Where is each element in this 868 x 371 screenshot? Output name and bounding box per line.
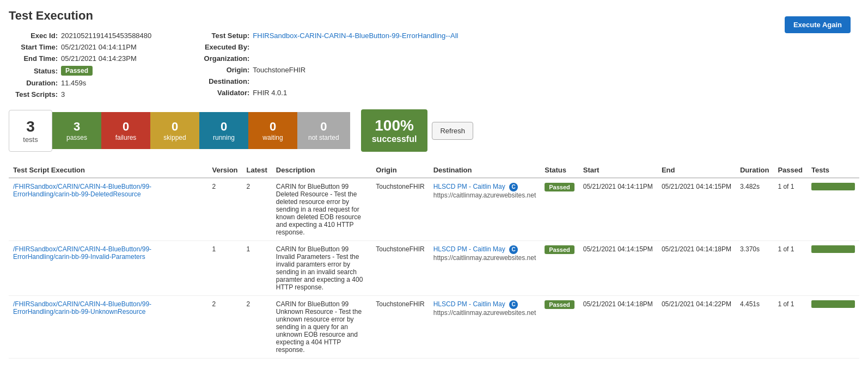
destination-url-2: https://caitlinmay.azurewebsites.net xyxy=(433,309,536,317)
not-started-label: not started xyxy=(308,134,339,141)
cell-destination-2: HLSCD PM - Caitlin May C https://caitlin… xyxy=(429,296,541,358)
organization-label: Organization: xyxy=(184,54,249,63)
total-tests-label: tests xyxy=(20,135,41,144)
test-setup-link[interactable]: FHIRSandbox-CARIN-CARIN-4-BlueButton-99-… xyxy=(253,32,458,40)
destination-link-1[interactable]: HLSCD PM - Caitlin May C xyxy=(433,245,536,254)
cell-duration-1: 3.370s xyxy=(736,241,773,296)
not-started-num: 0 xyxy=(308,120,339,134)
cell-tests-1 xyxy=(807,241,859,296)
cell-destination-0: HLSCD PM - Caitlin May C https://caitlin… xyxy=(429,178,541,241)
col-header-passed: Passed xyxy=(773,163,807,178)
cell-script-2: /FHIRSandbox/CARIN/CARIN-4-BlueButton/99… xyxy=(9,296,208,358)
origin-value: TouchstoneFHIR xyxy=(253,66,305,74)
cell-passed-1: 1 of 1 xyxy=(773,241,807,296)
waiting-label: waiting xyxy=(259,134,286,141)
cell-status-1: Passed xyxy=(540,241,579,296)
cell-start-1: 05/21/2021 04:14:15PM xyxy=(579,241,657,296)
skipped-label: skipped xyxy=(161,134,188,141)
test-scripts-value: 3 xyxy=(61,90,65,98)
cell-version-0: 2 xyxy=(208,178,242,241)
success-box: 100% successful xyxy=(361,109,428,152)
cell-origin-2: TouchstoneFHIR xyxy=(371,296,429,358)
col-header-duration: Duration xyxy=(736,163,773,178)
page-title: Test Execution xyxy=(9,9,859,23)
cell-status-0: Passed xyxy=(540,178,579,241)
cell-latest-2: 2 xyxy=(242,296,272,358)
passes-label: passes xyxy=(63,134,90,141)
test-scripts-label: Test Scripts: xyxy=(9,90,58,98)
end-time-label: End Time: xyxy=(9,54,58,63)
status-badge-1: Passed xyxy=(545,245,574,254)
validator-value: FHIR 4.0.1 xyxy=(253,89,287,97)
destination-link-0[interactable]: HLSCD PM - Caitlin May C xyxy=(433,183,536,191)
exec-id-value: 20210521191415453588480 xyxy=(61,32,151,40)
cell-origin-1: TouchstoneFHIR xyxy=(371,241,429,296)
col-header-version: Version xyxy=(208,163,242,178)
duration-value: 11.459s xyxy=(61,79,86,87)
cell-origin-0: TouchstoneFHIR xyxy=(371,178,429,241)
cell-script-1: /FHIRSandbox/CARIN/CARIN-4-BlueButton/99… xyxy=(9,241,208,296)
cell-description-2: CARIN for BlueButton 99 Unknown Resource… xyxy=(272,296,371,358)
success-label: successful xyxy=(372,134,417,144)
passes-num: 3 xyxy=(63,120,90,134)
cell-end-1: 05/21/2021 04:14:18PM xyxy=(657,241,736,296)
test-execution-table: Test Script Execution Version Latest Des… xyxy=(9,163,859,358)
status-label: Status: xyxy=(9,67,58,75)
running-box: 0 running xyxy=(199,112,248,149)
cell-latest-1: 1 xyxy=(242,241,272,296)
destination-url-0: https://caitlinmay.azurewebsites.net xyxy=(433,191,536,199)
failures-box: 0 failures xyxy=(101,112,150,149)
table-row: /FHIRSandbox/CARIN/CARIN-4-BlueButton/99… xyxy=(9,296,859,358)
validator-label: Validator: xyxy=(184,89,249,97)
script-link-0[interactable]: /FHIRSandbox/CARIN/CARIN-4-BlueButton/99… xyxy=(13,183,204,198)
end-time-value: 05/21/2021 04:14:23PM xyxy=(61,54,137,63)
cell-latest-0: 2 xyxy=(242,178,272,241)
cell-tests-2 xyxy=(807,296,859,358)
execute-again-button[interactable]: Execute Again xyxy=(785,16,851,33)
progress-bar-wrap-2 xyxy=(811,300,855,308)
cell-status-2: Passed xyxy=(540,296,579,358)
total-tests-num: 3 xyxy=(20,118,41,135)
refresh-button[interactable]: Refresh xyxy=(432,122,473,140)
col-header-latest: Latest xyxy=(242,163,272,178)
destination-url-1: https://caitlinmay.azurewebsites.net xyxy=(433,254,536,262)
progress-bar-wrap-1 xyxy=(811,245,855,253)
failures-num: 0 xyxy=(112,120,139,134)
table-row: /FHIRSandbox/CARIN/CARIN-4-BlueButton/99… xyxy=(9,178,859,241)
not-started-box: 0 not started xyxy=(297,112,350,149)
passes-box: 3 passes xyxy=(52,112,101,149)
table-row: /FHIRSandbox/CARIN/CARIN-4-BlueButton/99… xyxy=(9,241,859,296)
origin-label: Origin: xyxy=(184,66,249,74)
progress-bar-fill-1 xyxy=(811,245,855,253)
cell-description-1: CARIN for BlueButton 99 Invalid Paramete… xyxy=(272,241,371,296)
running-label: running xyxy=(210,134,237,141)
progress-bar-wrap-0 xyxy=(811,183,855,190)
failures-label: failures xyxy=(112,134,139,141)
duration-label: Duration: xyxy=(9,79,58,87)
total-tests-box: 3 tests xyxy=(9,110,52,152)
cell-passed-0: 1 of 1 xyxy=(773,178,807,241)
col-header-origin: Origin xyxy=(371,163,429,178)
skipped-num: 0 xyxy=(161,120,188,134)
script-link-2[interactable]: /FHIRSandbox/CARIN/CARIN-4-BlueButton/99… xyxy=(13,300,204,316)
cell-start-2: 05/21/2021 04:14:18PM xyxy=(579,296,657,358)
col-header-end: End xyxy=(657,163,736,178)
executed-by-label: Executed By: xyxy=(184,43,249,51)
running-num: 0 xyxy=(210,120,237,134)
script-link-1[interactable]: /FHIRSandbox/CARIN/CARIN-4-BlueButton/99… xyxy=(13,245,204,261)
col-header-tests: Tests xyxy=(807,163,859,178)
cell-version-1: 1 xyxy=(208,241,242,296)
destination-link-2[interactable]: HLSCD PM - Caitlin May C xyxy=(433,300,536,309)
cell-destination-1: HLSCD PM - Caitlin May C https://caitlin… xyxy=(429,241,541,296)
test-setup-label: Test Setup: xyxy=(184,32,249,40)
cell-version-2: 2 xyxy=(208,296,242,358)
col-header-destination: Destination xyxy=(429,163,541,178)
waiting-box: 0 waiting xyxy=(248,112,297,149)
success-pct: 100% xyxy=(372,117,417,134)
cell-duration-0: 3.482s xyxy=(736,178,773,241)
col-header-status: Status xyxy=(540,163,579,178)
status-badge-0: Passed xyxy=(545,183,574,191)
waiting-num: 0 xyxy=(259,120,286,134)
cell-passed-2: 1 of 1 xyxy=(773,296,807,358)
col-header-description: Description xyxy=(272,163,371,178)
